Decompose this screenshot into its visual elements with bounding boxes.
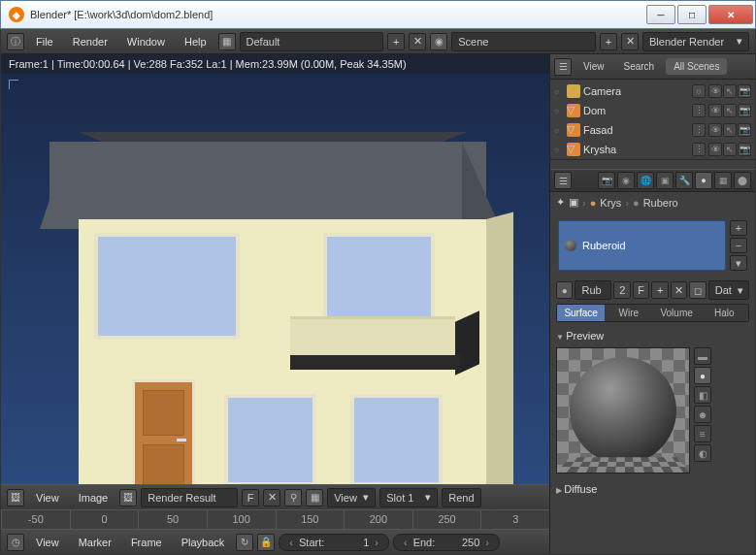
close-button[interactable]: ✕: [708, 5, 753, 24]
slot-dd[interactable]: Slot 1▾: [379, 488, 438, 507]
minimize-button[interactable]: ─: [646, 5, 675, 24]
scene-del-button[interactable]: ✕: [621, 33, 639, 50]
tab-world[interactable]: 🌐: [637, 172, 654, 189]
outliner-view[interactable]: View: [575, 58, 612, 75]
preview-flat-button[interactable]: ▬: [694, 347, 711, 365]
window-title: Blender* [E:\work\3d\dom\dom2.blend]: [30, 9, 644, 20]
image-browse-icon[interactable]: 🖼: [119, 489, 137, 506]
menu-view[interactable]: View: [28, 537, 67, 548]
material-id-row: ● Rub 2 F + ✕ ◻ Dat▾: [550, 278, 755, 302]
shading-type-tabs[interactable]: Surface Wire Volume Halo: [556, 304, 749, 322]
editor-type-icon[interactable]: ◷: [7, 534, 24, 551]
node-icon[interactable]: ◻: [689, 281, 706, 299]
end-frame-input[interactable]: ‹End:250›: [393, 534, 500, 551]
material-fakeuser[interactable]: F: [633, 281, 649, 299]
scene-dd[interactable]: Scene: [451, 32, 596, 51]
scene-browse-icon[interactable]: ◉: [430, 33, 447, 50]
maximize-button[interactable]: □: [677, 5, 707, 24]
screen-add-button[interactable]: +: [387, 33, 405, 50]
outliner-item: ○▽Dom⋮👁↖📷: [550, 101, 755, 120]
material-slot-list[interactable]: Ruberoid + − ▾: [554, 216, 751, 275]
menu-image[interactable]: Image: [71, 492, 116, 504]
tab-object[interactable]: ▣: [656, 172, 674, 189]
editor-type-icon[interactable]: ☰: [554, 172, 572, 189]
rendered-house: [49, 142, 486, 484]
sphere-icon: ●: [633, 197, 640, 209]
view-mode-dd[interactable]: View▾: [327, 488, 376, 507]
fake-user-button[interactable]: F: [242, 489, 259, 506]
menu-file[interactable]: File: [28, 36, 61, 48]
properties-header: ☰ 📷 ◉ 🌐 ▣ 🔧 ● ▦ ⬤: [550, 169, 755, 192]
pin-icon[interactable]: ⚲: [284, 489, 302, 506]
editor-type-icon[interactable]: ☰: [554, 58, 572, 76]
lock-icon[interactable]: 🔒: [257, 534, 275, 551]
mesh-icon: ▽: [567, 123, 580, 137]
preview-hair-button[interactable]: ≡: [694, 425, 711, 442]
tab-wire: Wire: [605, 305, 652, 321]
screen-del-button[interactable]: ✕: [409, 33, 426, 50]
uv-icon[interactable]: ▦: [306, 489, 323, 506]
breadcrumb: ✦ ▣› ● Krys› ● Rubero: [550, 192, 755, 212]
preview-monkey-button[interactable]: ☻: [694, 406, 711, 423]
panel-diffuse-header[interactable]: Diffuse: [556, 481, 749, 497]
sphere-icon: ●: [590, 197, 597, 209]
outliner-search[interactable]: Search: [616, 58, 663, 75]
slot-remove-button[interactable]: −: [730, 238, 747, 253]
preview-cube-button[interactable]: ◧: [694, 386, 711, 404]
pin-icon[interactable]: ✦: [556, 196, 565, 209]
screen-layout-dd[interactable]: Default: [240, 32, 384, 51]
tab-surface: Surface: [557, 305, 605, 321]
tab-material[interactable]: ●: [695, 172, 712, 189]
slot-menu-button[interactable]: ▾: [730, 255, 747, 271]
editor-type-icon[interactable]: 🖼: [7, 489, 24, 506]
menu-help[interactable]: Help: [177, 36, 214, 48]
material-link-dd[interactable]: Dat▾: [708, 280, 749, 300]
screen-browse-icon[interactable]: ▦: [218, 33, 236, 50]
material-preview: [556, 347, 690, 473]
tab-scene[interactable]: ◉: [617, 172, 635, 189]
menu-marker[interactable]: Marker: [71, 537, 119, 548]
material-browse-icon[interactable]: ●: [556, 281, 573, 299]
material-slot: Ruberoid: [558, 220, 726, 271]
timeline-ruler[interactable]: -500501001502002503: [1, 509, 549, 529]
sync-icon[interactable]: ↻: [236, 534, 253, 551]
render-stats: Frame:1 | Time:00:00.64 | Ve:288 Fa:352 …: [1, 54, 549, 74]
pass-dd[interactable]: Rend: [442, 488, 480, 507]
preview-sphere-button[interactable]: ●: [694, 367, 711, 384]
menu-frame[interactable]: Frame: [123, 537, 170, 548]
menu-window[interactable]: Window: [119, 36, 173, 48]
outliner-tree[interactable]: ○Camera○👁↖📷 ○▽Dom⋮👁↖📷 ○▽Fasad⋮👁↖📷 ○▽Krys…: [550, 80, 755, 159]
menu-playback[interactable]: Playback: [174, 537, 233, 548]
outliner-item: ○▽Krysha⋮👁↖📷: [550, 140, 755, 159]
preview-sky-button[interactable]: ◐: [694, 444, 711, 462]
info-header: ⓘ File Render Window Help ▦ Default + ✕ …: [1, 29, 755, 54]
menu-render[interactable]: Render: [65, 36, 115, 48]
render-engine-dd[interactable]: Blender Render▾: [642, 32, 749, 51]
editor-type-icon[interactable]: ⓘ: [7, 33, 24, 50]
outliner-mode-dd[interactable]: All Scenes: [666, 58, 727, 75]
viewport-corner-icon: [9, 80, 18, 89]
cursor-icon: ↖: [723, 84, 737, 98]
titlebar: ◆ Blender* [E:\work\3d\dom\dom2.blend] ─…: [0, 0, 756, 29]
scene-add-button[interactable]: +: [600, 33, 617, 50]
start-frame-input[interactable]: ‹Start:1›: [279, 534, 389, 551]
eye-icon: 👁: [708, 84, 722, 98]
slot-add-button[interactable]: +: [730, 220, 747, 236]
tab-render[interactable]: 📷: [598, 172, 615, 189]
render-viewport[interactable]: [1, 74, 549, 484]
material-unlink-button[interactable]: ✕: [671, 281, 687, 299]
tab-physics[interactable]: ⬤: [734, 172, 751, 189]
outliner-item: ○▽Fasad⋮👁↖📷: [550, 120, 755, 140]
cube-icon: ▣: [569, 196, 578, 209]
circle-icon: ○: [692, 84, 706, 98]
tab-texture[interactable]: ▦: [714, 172, 732, 189]
panel-preview-header[interactable]: Preview: [556, 328, 749, 343]
material-users[interactable]: 2: [613, 281, 630, 299]
material-name-input[interactable]: Rub: [575, 280, 611, 300]
material-new-button[interactable]: +: [651, 281, 668, 299]
image-dd[interactable]: Render Result: [141, 488, 238, 507]
tab-modifiers[interactable]: 🔧: [675, 172, 693, 189]
image-unlink-button[interactable]: ✕: [263, 489, 280, 506]
menu-view[interactable]: View: [28, 492, 67, 504]
camera-icon: [567, 84, 580, 98]
